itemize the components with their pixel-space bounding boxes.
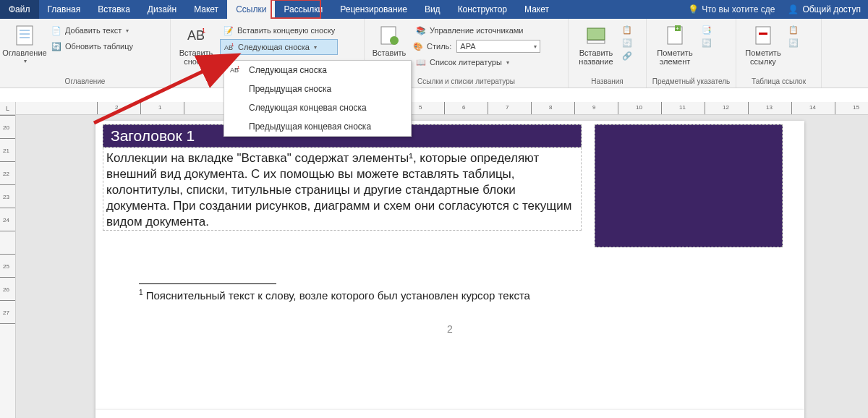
mark-citation-icon	[752, 24, 775, 47]
svg-text:+: +	[676, 25, 679, 32]
add-text-label: Добавить текст	[65, 26, 122, 35]
update-table-label: Обновить таблицу	[65, 42, 133, 51]
add-text-button[interactable]: 📄 Добавить текст ▾	[48, 23, 136, 38]
share-icon: 👤	[788, 4, 799, 14]
group-index: + Пометить элемент 📑 🔄 Предметный указат…	[647, 19, 736, 88]
insert-caption-label: Вставить название	[579, 48, 613, 66]
dd-next-endnote[interactable]: Следующая концевая сноска	[224, 98, 411, 117]
ribbon: Оглавление ▾ 📄 Добавить текст ▾ 🔄 Обнови…	[0, 19, 868, 88]
add-text-icon: 📄	[51, 25, 62, 36]
mark-citation-label: Пометить ссылку	[745, 48, 780, 66]
tab-home[interactable]: Главная	[39, 0, 90, 19]
update-toa-icon[interactable]: 🔄	[788, 38, 803, 50]
chevron-down-icon: ▾	[126, 27, 129, 34]
insert-index-icon[interactable]: 📑	[702, 25, 716, 37]
tab-review[interactable]: Рецензирование	[331, 0, 416, 19]
dd-prev-endnote[interactable]: Предыдущая концевая сноска	[224, 117, 411, 136]
style-icon: 🎨	[412, 40, 424, 52]
table-figures-icon[interactable]: 📋	[622, 25, 637, 37]
next-footnote-icon: AB1	[224, 41, 235, 53]
document-area[interactable]: Заголовок 1 Коллекции на вкладке "Вставк…	[16, 115, 868, 418]
cross-ref-icon[interactable]: 🔗	[622, 51, 637, 63]
mark-entry-button[interactable]: + Пометить элемент	[651, 21, 699, 66]
chevron-down-icon: ▾	[534, 43, 537, 50]
tab-mailings[interactable]: Рассылки	[275, 0, 331, 19]
tab-table-design[interactable]: Конструктор	[449, 0, 516, 19]
group-toc: Оглавление ▾ 📄 Добавить текст ▾ 🔄 Обнови…	[0, 19, 171, 88]
next-footnote-dropdown: AB1 Следующая сноска Предыдущая сноска С…	[224, 60, 412, 137]
vertical-ruler[interactable]: 2021222324252627	[0, 115, 16, 418]
chevron-down-icon: ▾	[24, 59, 27, 65]
toc-button[interactable]: Оглавление ▾	[4, 21, 45, 65]
tab-insert[interactable]: Вставка	[89, 0, 139, 19]
footnote-icon: AB1	[184, 24, 208, 47]
mark-entry-icon: +	[663, 24, 686, 47]
document-page-next[interactable]	[95, 410, 804, 418]
style-label: Стиль:	[427, 42, 451, 51]
svg-rect-10	[587, 28, 605, 40]
dd-next-footnote[interactable]: AB1 Следующая сноска	[224, 61, 411, 80]
tab-layout[interactable]: Макет	[185, 0, 227, 19]
citation-style-select[interactable]: APA ▾	[456, 40, 540, 53]
manage-sources-icon: 📚	[415, 25, 427, 36]
tell-me-label: Что вы хотите сде	[702, 4, 775, 14]
update-caption-icon[interactable]: 🔄	[622, 38, 637, 50]
tab-table-layout[interactable]: Макет	[516, 0, 558, 19]
ruler-corner[interactable]: L	[0, 102, 16, 115]
svg-point-9	[390, 36, 399, 45]
insert-footnote-button[interactable]: AB1 Вставить сноску	[175, 21, 217, 66]
manage-sources-label: Управление источниками	[430, 26, 523, 35]
insert-footnote-label: Вставить сноску	[179, 48, 213, 66]
update-table-button[interactable]: 🔄 Обновить таблицу	[48, 39, 136, 54]
document-page[interactable]: Заголовок 1 Коллекции на вкладке "Вставк…	[95, 121, 804, 410]
group-label-captions: Названия	[573, 76, 642, 88]
footnote-text[interactable]: 1 Пояснительный текст к слову, возле кот…	[95, 289, 804, 302]
insert-caption-button[interactable]: Вставить название	[573, 21, 619, 66]
dd-prev-footnote[interactable]: Предыдущая сноска	[224, 80, 411, 98]
mark-citation-button[interactable]: Пометить ссылку	[741, 21, 786, 66]
group-label-toa: Таблица ссылок	[741, 76, 817, 88]
svg-rect-15	[756, 27, 770, 44]
chevron-down-icon: ▾	[506, 59, 509, 66]
page-number: 2	[95, 323, 804, 335]
group-label-index: Предметный указатель	[651, 76, 731, 88]
next-footnote-button[interactable]: AB1 Следующая сноска ▾	[220, 39, 338, 55]
next-footnote-icon: AB1	[230, 64, 242, 76]
share-label: Общий доступ	[802, 4, 861, 14]
caption-icon	[584, 24, 608, 47]
update-index-icon[interactable]: 🔄	[702, 38, 716, 50]
insert-toa-icon[interactable]: 📋	[788, 25, 803, 37]
bibliography-button[interactable]: 📖 Список литературы ▾	[412, 55, 540, 69]
svg-rect-11	[587, 40, 605, 43]
next-footnote-label: Следующая сноска	[238, 43, 310, 51]
ribbon-tabs: Файл Главная Вставка Дизайн Макет Ссылки…	[0, 0, 868, 19]
tell-me-search[interactable]: 💡 Что вы хотите сде	[682, 0, 780, 19]
svg-text:1: 1	[231, 43, 234, 47]
svg-rect-0	[17, 26, 33, 45]
bibliography-icon: 📖	[415, 56, 427, 68]
mark-entry-label: Пометить элемент	[657, 48, 692, 66]
endnote-icon: 📝	[223, 25, 234, 36]
tab-file[interactable]: Файл	[0, 0, 39, 19]
tab-view[interactable]: Вид	[416, 0, 449, 19]
horizontal-ruler[interactable]: 2112345678910111213141516171819	[16, 102, 868, 115]
manage-sources-button[interactable]: 📚 Управление источниками	[412, 23, 540, 38]
chevron-down-icon: ▾	[314, 44, 317, 51]
tab-references[interactable]: Ссылки	[227, 0, 275, 19]
sidebar-shape[interactable]	[595, 124, 783, 247]
toc-label: Оглавление	[2, 48, 46, 57]
dd-item-label: Следующая сноска	[249, 65, 327, 75]
insert-endnote-label: Вставить концевую сноску	[237, 26, 335, 35]
insert-endnote-button[interactable]: 📝 Вставить концевую сноску	[220, 23, 338, 38]
bibliography-label: Список литературы	[430, 58, 502, 67]
tab-design[interactable]: Дизайн	[139, 0, 185, 19]
body-paragraph[interactable]: Коллекции на вкладке "Вставка" содержат …	[103, 148, 582, 231]
footnote-body: Пояснительный текст к слову, возле котор…	[146, 289, 530, 302]
group-toa: Пометить ссылку 📋 🔄 Таблица ссылок	[736, 19, 822, 88]
update-icon: 🔄	[51, 40, 62, 52]
style-value: APA	[460, 42, 475, 51]
footnote-separator	[139, 283, 276, 284]
svg-rect-16	[759, 33, 767, 35]
share-button[interactable]: 👤 Общий доступ	[780, 0, 868, 19]
toc-icon	[13, 24, 36, 47]
